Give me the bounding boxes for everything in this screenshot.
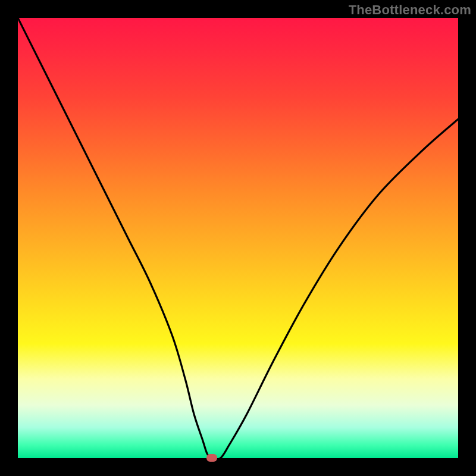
curve-path bbox=[18, 18, 458, 458]
plot-area bbox=[18, 18, 458, 458]
bottleneck-curve bbox=[18, 18, 458, 458]
chart-frame: TheBottleneck.com bbox=[0, 0, 476, 476]
watermark-text: TheBottleneck.com bbox=[349, 2, 471, 18]
optimum-marker bbox=[206, 454, 217, 462]
